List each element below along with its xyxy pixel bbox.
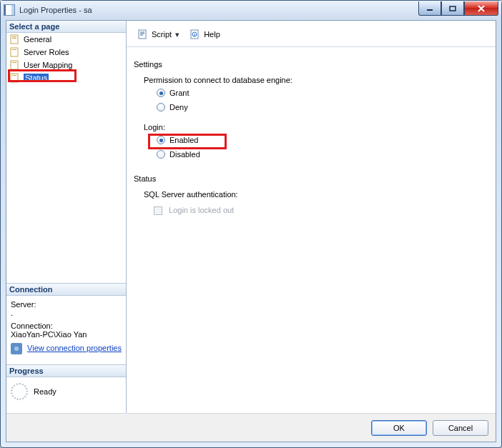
view-connection-properties-link[interactable]: View connection properties	[27, 344, 122, 352]
server-label: Server:	[11, 300, 122, 309]
maximize-button[interactable]	[441, 1, 464, 16]
dialog-window: Login Properties - sa Select a page	[0, 0, 502, 448]
sidebar-item-server-roles[interactable]: Server Roles	[6, 46, 126, 59]
help-label: Help	[204, 30, 220, 39]
sidebar-item-label: Status	[24, 74, 49, 82]
sidebar: Select a page General Server Roles	[6, 21, 127, 413]
page-list: General Server Roles User Mapping	[6, 33, 126, 84]
app-icon	[4, 4, 15, 16]
login-disabled-option[interactable]: Disabled	[154, 149, 488, 160]
window-title: Login Properties - sa	[19, 6, 418, 14]
sidebar-item-user-mapping[interactable]: User Mapping	[6, 59, 126, 71]
progress-spinner-icon	[11, 383, 28, 400]
svg-rect-14	[195, 34, 195, 36]
sidebar-item-general[interactable]: General	[6, 33, 126, 46]
cancel-button[interactable]: Cancel	[433, 420, 488, 436]
login-label: Login:	[144, 123, 488, 131]
radio-icon	[157, 103, 165, 111]
radio-icon	[157, 150, 165, 159]
svg-rect-0	[427, 9, 433, 11]
connection-label: Connection:	[11, 322, 122, 330]
help-button[interactable]: Help	[186, 26, 224, 42]
dialog-footer: OK Cancel	[6, 413, 496, 442]
page-icon	[9, 72, 21, 84]
settings-heading: Settings	[134, 60, 488, 69]
permission-grant-option[interactable]: Grant	[154, 87, 488, 99]
permission-deny-option[interactable]: Deny	[154, 101, 488, 113]
help-icon	[190, 29, 201, 40]
login-enabled-option[interactable]: Enabled	[154, 134, 488, 146]
server-value: .	[11, 309, 122, 317]
svg-rect-2	[11, 35, 18, 44]
progress-header: Progress	[6, 365, 126, 377]
script-icon	[137, 29, 149, 40]
sidebar-item-label: General	[24, 35, 51, 44]
locked-label: Login is locked out	[169, 206, 234, 214]
dropdown-arrow-icon: ▾	[174, 30, 179, 39]
main-panel: Script ▾ Help Settings Permission to con…	[127, 21, 496, 413]
radio-label: Enabled	[169, 136, 198, 144]
radio-icon	[157, 136, 165, 144]
page-icon	[9, 34, 21, 45]
svg-rect-11	[139, 30, 146, 39]
titlebar[interactable]: Login Properties - sa	[1, 1, 501, 19]
sidebar-item-label: Server Roles	[24, 48, 69, 56]
connection-value: XiaoYan-PC\Xiao Yan	[11, 330, 122, 339]
permission-label: Permission to connect to database engine…	[144, 76, 488, 84]
sidebar-header: Select a page	[6, 21, 126, 33]
radio-icon	[157, 89, 165, 97]
connection-header: Connection	[6, 284, 126, 296]
svg-rect-9	[11, 74, 18, 82]
svg-rect-10	[12, 75, 16, 76]
sidebar-item-status[interactable]: Status	[6, 71, 126, 84]
svg-rect-5	[11, 48, 18, 56]
status-heading: Status	[134, 174, 488, 183]
close-button[interactable]	[464, 1, 498, 16]
svg-rect-7	[11, 61, 18, 69]
progress-status: Ready	[34, 387, 56, 396]
svg-rect-6	[12, 49, 16, 50]
auth-label: SQL Server authentication:	[144, 190, 488, 199]
minimize-button[interactable]	[418, 1, 441, 16]
svg-rect-8	[12, 62, 16, 63]
svg-rect-4	[12, 38, 16, 39]
properties-icon	[11, 343, 22, 354]
ok-button[interactable]: OK	[371, 420, 427, 436]
locked-checkbox	[154, 206, 162, 215]
radio-label: Disabled	[169, 150, 200, 159]
script-button[interactable]: Script ▾	[134, 26, 183, 42]
script-label: Script	[152, 30, 172, 39]
svg-rect-1	[450, 6, 456, 11]
radio-label: Grant	[169, 89, 190, 97]
page-icon	[9, 46, 21, 58]
svg-rect-3	[12, 36, 16, 37]
page-icon	[9, 59, 21, 71]
sidebar-item-label: User Mapping	[24, 61, 72, 69]
radio-label: Deny	[169, 103, 188, 111]
